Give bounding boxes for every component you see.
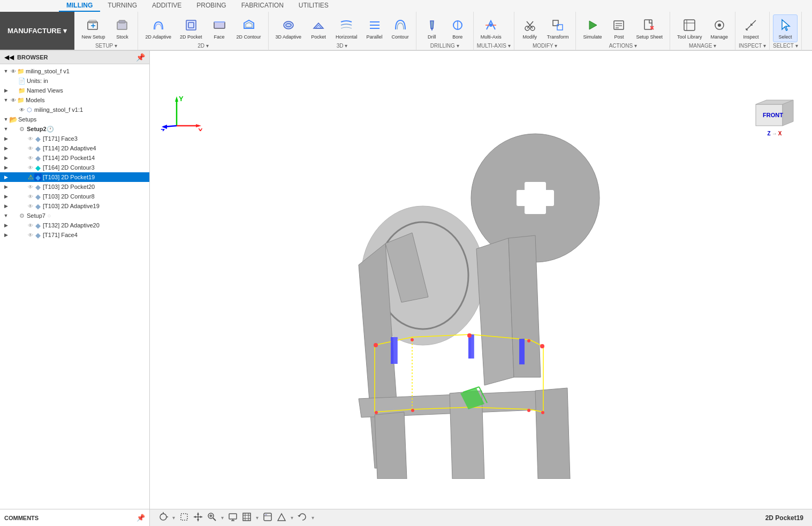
toggle-t171-face3[interactable]: ▶ — [2, 135, 10, 142]
manage-2-button[interactable]: Manage — [707, 14, 732, 42]
contour-button[interactable]: Contour — [388, 14, 413, 42]
refresh-tool[interactable] — [298, 512, 307, 523]
eye-icon-t171-face4[interactable]: 👁 — [27, 231, 34, 239]
refresh-arrow[interactable]: ▾ — [312, 515, 314, 521]
tab-milling[interactable]: MILLING — [59, 0, 100, 12]
tree-item-named-views[interactable]: ▶ 📁 Named Views — [0, 86, 149, 95]
tree-item-models[interactable]: ▼ 👁 📁 Models — [0, 95, 149, 105]
sheet-button[interactable]: Setup Sheet — [632, 14, 666, 42]
toggle-units[interactable] — [2, 77, 10, 85]
toggle-t103-pocket19[interactable]: ▶ — [2, 173, 10, 181]
tree-item-t103-adaptive19[interactable]: ▶ 👁 ◆ [T103] 2D Adaptive19 — [0, 201, 149, 211]
stock-button[interactable]: Stock — [110, 14, 134, 42]
new-setup-button[interactable]: New Setup — [78, 14, 109, 42]
tab-turning[interactable]: TURNING — [100, 0, 145, 12]
select-button[interactable]: Select — [773, 14, 798, 42]
tab-additive[interactable]: ADDITIVE — [145, 0, 189, 12]
pan-tool[interactable] — [193, 512, 203, 523]
eye-icon-t103-contour8[interactable]: 👁 — [27, 193, 34, 200]
snap-tool[interactable] — [158, 512, 168, 523]
horizontal-button[interactable]: Horizontal — [332, 14, 361, 42]
simulate-button[interactable]: Simulate — [579, 14, 605, 42]
3d-adaptive-button[interactable]: 3D Adaptive — [272, 14, 306, 42]
inspect-button[interactable]: Inspect — [739, 14, 763, 42]
toggle-t114-pocket14[interactable]: ▶ — [2, 154, 10, 162]
eye-icon-t103-adaptive19[interactable]: 👁 — [27, 202, 34, 210]
eye-icon-t164-contour3[interactable]: 👁 — [27, 164, 34, 171]
parallel-button[interactable]: Parallel — [362, 14, 387, 42]
multi-axis-button[interactable]: Multi-Axis — [477, 14, 505, 42]
multi-axis-label: MULTI-AXIS ▾ — [477, 43, 511, 50]
toggle-model-file[interactable] — [2, 106, 10, 113]
toggle-root[interactable]: ▼ — [2, 67, 10, 75]
tab-utilities[interactable]: UTILITIES — [291, 0, 336, 12]
eye-icon-models[interactable]: 👁 — [10, 96, 17, 104]
2d-pocket-button[interactable]: 2D Pocket — [176, 14, 206, 42]
toggle-setups[interactable]: ▼ — [2, 116, 10, 123]
nav-cube[interactable]: FRONT Z → X — [753, 99, 796, 136]
toggle-t103-adaptive19[interactable]: ▶ — [2, 202, 10, 210]
toggle-t114-adaptive4[interactable]: ▶ — [2, 144, 10, 152]
3d-pocket-button[interactable]: Pocket — [306, 14, 331, 42]
manufacture-button[interactable]: MANUFACTURE ▾ — [0, 12, 74, 50]
toggle-setup7[interactable]: ▼ — [2, 212, 10, 219]
tab-probing[interactable]: PROBING — [189, 0, 233, 12]
face-button[interactable]: Face — [207, 14, 232, 42]
post-button[interactable]: Post — [606, 14, 631, 42]
browser-pin-icon[interactable]: 📌 — [136, 53, 145, 62]
eye-icon-root[interactable]: 👁 — [10, 67, 17, 75]
render-tool[interactable] — [263, 512, 272, 523]
bore-button[interactable]: Bore — [445, 14, 470, 42]
toggle-t171-face4[interactable]: ▶ — [2, 231, 10, 239]
toggle-t164-contour3[interactable]: ▶ — [2, 164, 10, 171]
tree-item-setup2[interactable]: ▼ ⚙ Setup2 🕐 — [0, 124, 149, 134]
tree-item-root[interactable]: ▼ 👁 📁 miling_stool_f v1 — [0, 66, 149, 76]
modify-2-button[interactable]: Transform — [543, 14, 573, 42]
toggle-setup2[interactable]: ▼ — [2, 125, 10, 133]
tree-item-t171-face4[interactable]: ▶ 👁 ◆ [T171] Face4 — [0, 230, 149, 240]
zoom-tool[interactable] — [207, 512, 217, 523]
comments-pin-icon[interactable]: 📌 — [136, 514, 145, 522]
viewport[interactable]: Y Z X FRONT Z → X — [150, 51, 812, 509]
eye-icon-t171-face3[interactable]: 👁 — [27, 135, 34, 142]
eye-icon-model-file[interactable]: 👁 — [18, 106, 26, 113]
drill-button[interactable]: Drill — [420, 14, 444, 42]
tree-item-setups[interactable]: ▼ 📂 Setups — [0, 115, 149, 124]
grid-arrow[interactable]: ▾ — [256, 515, 259, 521]
ortho-tool[interactable] — [179, 512, 189, 523]
toggle-t132-adaptive20[interactable]: ▶ — [2, 222, 10, 229]
tab-fabrication[interactable]: FABRICATION — [234, 0, 291, 12]
eye-icon-t114-adaptive4[interactable]: 👁 — [27, 144, 34, 152]
tree-item-t114-pocket14[interactable]: ▶ 👁 ◆ [T114] 2D Pocket14 — [0, 153, 149, 163]
zoom-arrow[interactable]: ▾ — [221, 515, 224, 521]
toggle-t103-contour8[interactable]: ▶ — [2, 193, 10, 200]
tree-item-t114-adaptive4[interactable]: ▶ 👁 ◆ [T114] 2D Adaptive4 — [0, 143, 149, 153]
snap-arrow[interactable]: ▾ — [172, 515, 175, 521]
toggle-models[interactable]: ▼ — [2, 96, 10, 104]
tree-item-t171-face3[interactable]: ▶ 👁 ◆ [T171] Face3 — [0, 134, 149, 143]
2d-contour-button[interactable]: 2D Contour — [233, 14, 265, 42]
display-tool[interactable] — [228, 512, 238, 523]
grid-tool[interactable] — [242, 512, 252, 523]
tree-item-t103-pocket19[interactable]: ▶ ⚠ ◆ [T103] 2D Pocket19 — [0, 172, 149, 182]
browser-collapse-icon[interactable]: ◀◀ — [4, 54, 14, 61]
manage-1-button[interactable]: Tool Library — [673, 14, 706, 42]
eye-icon-t103-pocket20[interactable]: 👁 — [27, 183, 34, 190]
tree-item-t164-contour3[interactable]: ▶ 👁 ◆ [T164] 2D Contour3 — [0, 163, 149, 172]
tree-item-t132-adaptive20[interactable]: ▶ 👁 ◆ [T132] 2D Adaptive20 — [0, 220, 149, 230]
eye-icon-t114-pocket14[interactable]: 👁 — [27, 154, 34, 162]
op-icon-t114-adaptive4: ◆ — [34, 144, 42, 152]
tree-item-units[interactable]: 📄 Units: in — [0, 76, 149, 86]
2d-adaptive-button[interactable]: 2D Adaptive — [141, 14, 175, 42]
view-arrow[interactable]: ▾ — [291, 515, 293, 521]
tree-item-model-file[interactable]: 👁 ⬡ miling_stool_f v1:1 — [0, 105, 149, 115]
eye-icon-t132-adaptive20[interactable]: 👁 — [27, 222, 34, 229]
modify-1-button[interactable]: Modify — [518, 14, 542, 42]
tree-item-t103-pocket20[interactable]: ▶ 👁 ◆ [T103] 2D Pocket20 — [0, 182, 149, 192]
tree-item-t103-contour8[interactable]: ▶ 👁 ◆ [T103] 2D Contour8 — [0, 192, 149, 201]
toggle-t103-pocket20[interactable]: ▶ — [2, 183, 10, 190]
tree-item-setup7[interactable]: ▼ ⚙ Setup7 ○ — [0, 211, 149, 220]
toggle-named-views[interactable]: ▶ — [2, 87, 10, 94]
view-tool[interactable] — [277, 512, 286, 523]
multi-axis-section: Multi-Axis MULTI-AXIS ▾ — [474, 12, 514, 50]
